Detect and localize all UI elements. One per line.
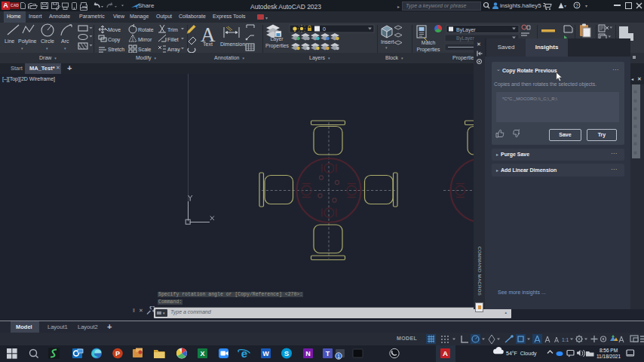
svg-text:Scale: Scale xyxy=(138,47,152,52)
svg-text:Rotate: Rotate xyxy=(138,27,154,32)
svg-text:Copy: Copy xyxy=(108,37,121,43)
svg-text:1:1: 1:1 xyxy=(562,337,569,342)
svg-text:ByLayer: ByLayer xyxy=(456,35,475,41)
svg-text:e: e xyxy=(241,347,247,360)
svg-text:A: A xyxy=(443,349,448,357)
svg-text:Fillet: Fillet xyxy=(167,37,179,42)
svg-text:Mirror: Mirror xyxy=(138,37,152,42)
svg-text:P: P xyxy=(115,350,120,357)
svg-text:1: 1 xyxy=(337,354,340,359)
svg-text:Trim: Trim xyxy=(167,27,178,32)
svg-text:Array: Array xyxy=(167,47,180,53)
svg-text:W: W xyxy=(262,350,269,357)
svg-text:Stretch: Stretch xyxy=(108,47,124,52)
svg-text:N: N xyxy=(305,350,311,357)
svg-text:?: ? xyxy=(575,3,578,8)
svg-text:0: 0 xyxy=(323,26,326,32)
svg-text:S: S xyxy=(284,349,289,357)
svg-text:T: T xyxy=(326,350,330,357)
svg-text:ByLayer: ByLayer xyxy=(456,27,476,33)
svg-text:Move: Move xyxy=(108,27,121,32)
svg-text:X: X xyxy=(200,350,204,357)
